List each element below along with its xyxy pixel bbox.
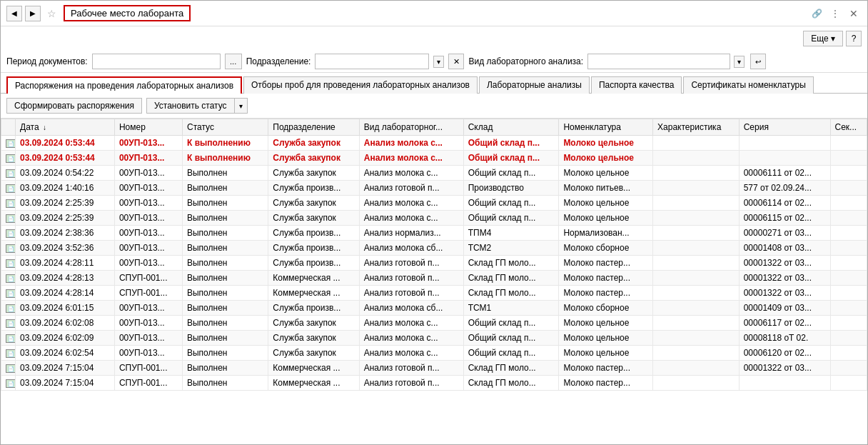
cell-vid: Анализ молока с...: [359, 316, 463, 331]
set-status-button[interactable]: Установить статус: [146, 98, 235, 114]
help-button[interactable]: ?: [846, 31, 862, 46]
vid-extra-button[interactable]: ↩: [750, 54, 766, 69]
cell-number: СПУП-001...: [114, 361, 182, 376]
tab-certs[interactable]: Сертификаты номенклатуры: [683, 76, 813, 94]
cell-sklad: Склад ГП моло...: [463, 361, 559, 376]
cell-haracteristika: [653, 256, 740, 271]
table-row[interactable]: 📄03.09.2024 2:25:3900УП-013...ВыполненСл…: [1, 211, 867, 226]
table-row[interactable]: 📄03.09.2024 7:15:04СПУП-001...ВыполненКо…: [1, 361, 867, 376]
cell-nomenklatura: Молоко пастер...: [559, 361, 653, 376]
podrazdelenie-label: Подразделение:: [246, 56, 311, 66]
cell-number: СПУП-001...: [114, 286, 182, 301]
more-icon-button[interactable]: ⋮: [827, 6, 843, 21]
col-number[interactable]: Номер: [114, 119, 182, 136]
cell-vid: Анализ готовой п...: [359, 181, 463, 196]
period-dots-button[interactable]: ...: [225, 54, 242, 69]
nav-back-button[interactable]: ◀: [6, 6, 22, 21]
close-button[interactable]: ✕: [846, 6, 862, 21]
cell-podrazd: Служба произв...: [268, 226, 359, 241]
row-icon-cell: 📄: [1, 136, 16, 151]
cell-podrazd: Служба закупок: [268, 316, 359, 331]
table-row[interactable]: 📄03.09.2024 6:02:0800УП-013...ВыполненСл…: [1, 316, 867, 331]
cell-haracteristika: [653, 136, 740, 151]
cell-vid: Анализ молока с...: [359, 331, 463, 346]
cell-date: 03.09.2024 6:02:09: [16, 331, 115, 346]
table-row[interactable]: 📄03.09.2024 4:28:1100УП-013...ВыполненСл…: [1, 256, 867, 271]
col-vid[interactable]: Вид лабораторног...: [359, 119, 463, 136]
table-row[interactable]: 📄03.09.2024 6:02:5400УП-013...ВыполненСл…: [1, 346, 867, 361]
cell-seria: 00006114 от 02...: [739, 196, 830, 211]
podrazdelenie-dropdown[interactable]: ▾: [433, 56, 444, 68]
nav-forward-button[interactable]: ▶: [25, 6, 41, 21]
cell-podrazd: Коммерческая ...: [268, 271, 359, 286]
podrazdelenie-input[interactable]: [315, 54, 429, 69]
table-row[interactable]: 📄03.09.2024 4:28:14СПУП-001...ВыполненКо…: [1, 286, 867, 301]
col-podrazd[interactable]: Подразделение: [268, 119, 359, 136]
col-status[interactable]: Статус: [182, 119, 268, 136]
cell-seria: 00006120 от 02...: [739, 346, 830, 361]
cell-status: Выполнен: [182, 286, 268, 301]
tab-analyses[interactable]: Лабораторные анализы: [479, 76, 590, 94]
col-haracteristika[interactable]: Характеристика: [653, 119, 740, 136]
table-row[interactable]: 📄03.09.2024 0:54:2200УП-013...ВыполненСл…: [1, 166, 867, 181]
form-orders-button[interactable]: Сформировать распоряжения: [6, 98, 142, 114]
cell-sek: [830, 166, 867, 181]
cell-sklad: Склад ГП моло...: [463, 271, 559, 286]
favorite-button[interactable]: ☆: [44, 6, 59, 21]
cell-sklad: ТПМ4: [463, 226, 559, 241]
table-row[interactable]: 📄03.09.2024 2:38:3600УП-013...ВыполненСл…: [1, 226, 867, 241]
table-row[interactable]: 📄03.09.2024 1:40:1600УП-013...ВыполненСл…: [1, 181, 867, 196]
row-icon-cell: 📄: [1, 196, 16, 211]
cell-date: 03.09.2024 7:15:04: [16, 376, 115, 391]
cell-date: 03.09.2024 2:38:36: [16, 226, 115, 241]
set-status-dropdown-button[interactable]: ▾: [235, 98, 248, 114]
action-bar: Сформировать распоряжения Установить ста…: [1, 94, 867, 119]
main-window: ◀ ▶ ☆ Рабочее место лаборанта 🔗 ⋮ ✕ Еще …: [0, 0, 868, 445]
tab-orders[interactable]: Распоряжения на проведения лабораторных …: [6, 76, 242, 94]
cell-vid: Анализ готовой п...: [359, 361, 463, 376]
tab-samples[interactable]: Отборы проб для проведения лабораторных …: [243, 76, 478, 94]
cell-sklad: Общий склад п...: [463, 331, 559, 346]
table-row[interactable]: 📄03.09.2024 0:53:4400УП-013...К выполнен…: [1, 136, 867, 151]
cell-podrazd: Служба закупок: [268, 331, 359, 346]
table-row[interactable]: 📄03.09.2024 3:52:3600УП-013...ВыполненСл…: [1, 241, 867, 256]
cell-sek: [830, 271, 867, 286]
table-row[interactable]: 📄03.09.2024 7:15:04СПУП-001...ВыполненКо…: [1, 376, 867, 391]
table-row[interactable]: 📄03.09.2024 6:02:0900УП-013...ВыполненСл…: [1, 331, 867, 346]
cell-podrazd: Служба закупок: [268, 346, 359, 361]
podrazdelenie-clear-button[interactable]: ✕: [448, 54, 464, 69]
cell-sklad: Общий склад п...: [463, 316, 559, 331]
col-sek[interactable]: Сек...: [830, 119, 867, 136]
vid-dropdown[interactable]: ▾: [734, 56, 745, 68]
cell-number: 00УП-013...: [114, 136, 182, 151]
table-row[interactable]: 📄03.09.2024 2:25:3900УП-013...ВыполненСл…: [1, 196, 867, 211]
cell-vid: Анализ готовой п...: [359, 376, 463, 391]
table-row[interactable]: 📄03.09.2024 6:01:1500УП-013...ВыполненСл…: [1, 301, 867, 316]
cell-vid: Анализ молока с...: [359, 346, 463, 361]
col-seria[interactable]: Серия: [739, 119, 830, 136]
cell-sek: [830, 211, 867, 226]
cell-haracteristika: [653, 151, 740, 166]
tab-passports[interactable]: Паспорта качества: [591, 76, 682, 94]
cell-nomenklatura: Молоко сборное: [559, 301, 653, 316]
table-row[interactable]: 📄03.09.2024 4:28:13СПУП-001...ВыполненКо…: [1, 271, 867, 286]
cell-haracteristika: [653, 226, 740, 241]
cell-podrazd: Служба произв...: [268, 181, 359, 196]
cell-nomenklatura: Молоко цельное: [559, 331, 653, 346]
cell-status: Выполнен: [182, 361, 268, 376]
col-nomenklatura[interactable]: Номенклатура: [559, 119, 653, 136]
cell-nomenklatura: Молоко цельное: [559, 151, 653, 166]
period-input[interactable]: [92, 54, 221, 69]
eshche-button[interactable]: Еще ▾: [803, 31, 843, 46]
cell-status: Выполнен: [182, 166, 268, 181]
cell-nomenklatura: Молоко пастер...: [559, 286, 653, 301]
cell-date: 03.09.2024 3:52:36: [16, 241, 115, 256]
cell-number: 00УП-013...: [114, 301, 182, 316]
link-icon-button[interactable]: 🔗: [809, 6, 824, 21]
table-row[interactable]: 📄03.09.2024 0:53:4400УП-013...К выполнен…: [1, 151, 867, 166]
col-date[interactable]: Дата ↓: [16, 119, 115, 136]
cell-seria: 00001322 от 03...: [739, 286, 830, 301]
cell-date: 03.09.2024 6:02:08: [16, 316, 115, 331]
vid-input[interactable]: [587, 54, 730, 69]
col-sklad[interactable]: Склад: [463, 119, 559, 136]
